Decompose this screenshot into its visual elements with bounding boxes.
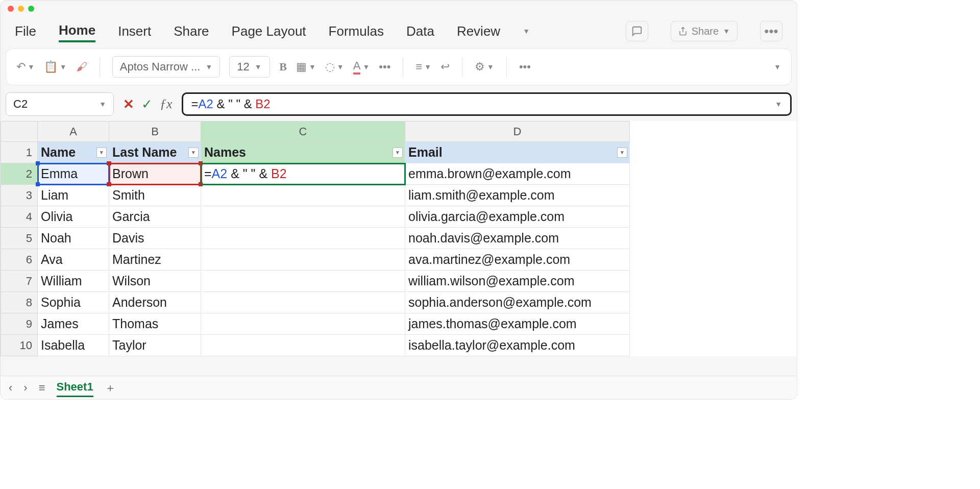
cell-B4[interactable]: Garcia [109,206,201,228]
cell-B5[interactable]: Davis [109,228,201,249]
row-header-1[interactable]: 1 [1,142,38,163]
col-header-C[interactable]: C [201,121,405,142]
cell-B8[interactable]: Anderson [109,292,201,313]
fill-color-button[interactable]: ◌▼ [325,60,344,74]
cell-D2[interactable]: emma.brown@example.com [405,163,630,185]
spreadsheet-grid[interactable]: ABCD1Name▾Last Name▾Names▾Email▾2EmmaBro… [1,121,630,356]
cell-D10[interactable]: isabella.taylor@example.com [405,335,630,356]
row-header-3[interactable]: 3 [1,185,38,206]
filter-icon[interactable]: ▾ [188,148,199,158]
header-cell-B[interactable]: Last Name▾ [109,142,201,163]
fx-icon[interactable]: ƒx [160,96,173,112]
tab-home[interactable]: Home [59,20,95,42]
header-cell-D[interactable]: Email▾ [405,142,630,163]
cell-A9[interactable]: James [38,313,109,335]
cell-D4[interactable]: olivia.garcia@example.com [405,206,630,228]
window-minimize-icon[interactable] [18,6,24,12]
col-header-A[interactable]: A [38,121,109,142]
cell-C7[interactable] [201,271,405,292]
cell-D3[interactable]: liam.smith@example.com [405,185,630,206]
more-button[interactable]: ••• [760,21,782,41]
cell-B3[interactable]: Smith [109,185,201,206]
cell-A10[interactable]: Isabella [38,335,109,356]
cell-A3[interactable]: Liam [38,185,109,206]
next-sheet-button[interactable]: › [23,381,27,395]
add-sheet-button[interactable]: ＋ [105,380,116,396]
cell-D9[interactable]: james.thomas@example.com [405,313,630,335]
font-name-select[interactable]: Aptos Narrow ...▼ [112,56,220,78]
row-header-7[interactable]: 7 [1,271,38,292]
formula-bar[interactable]: =A2 & " " & B2 ▼ [182,92,792,116]
cell-A8[interactable]: Sophia [38,292,109,313]
col-header-D[interactable]: D [405,121,630,142]
tab-insert[interactable]: Insert [118,21,151,41]
tab-page-layout[interactable]: Page Layout [232,21,306,41]
row-header-10[interactable]: 10 [1,335,38,356]
row-header-8[interactable]: 8 [1,292,38,313]
cancel-formula-button[interactable]: ✕ [123,96,134,112]
row-header-2[interactable]: 2 [1,163,38,185]
prev-sheet-button[interactable]: ‹ [9,381,12,395]
font-size-select[interactable]: 12▼ [229,56,270,78]
format-painter-button[interactable]: 🖌 [76,60,87,74]
align-button[interactable]: ≡▼ [415,60,431,74]
sort-filter-button[interactable]: ⚙▼ [475,60,494,74]
tab-data[interactable]: Data [406,21,434,41]
cell-A6[interactable]: Ava [38,249,109,271]
font-color-button[interactable]: A▼ [353,59,370,75]
cell-D5[interactable]: noah.davis@example.com [405,228,630,249]
cell-A2[interactable]: Emma [38,163,109,185]
filter-icon[interactable]: ▾ [617,148,627,158]
cell-C6[interactable] [201,249,405,271]
cell-B10[interactable]: Taylor [109,335,201,356]
cell-C8[interactable] [201,292,405,313]
wrap-text-button[interactable]: ↩ [440,60,450,74]
all-sheets-button[interactable]: ≡ [39,381,45,395]
tab-review[interactable]: Review [457,21,500,41]
tab-formulas[interactable]: Formulas [329,21,384,41]
window-close-icon[interactable] [8,6,14,12]
cell-C4[interactable] [201,206,405,228]
clipboard-button[interactable]: 📋▼ [44,60,67,74]
header-cell-C[interactable]: Names▾ [201,142,405,163]
header-cell-A[interactable]: Name▾ [38,142,109,163]
borders-button[interactable]: ▦▼ [296,60,316,74]
comments-button[interactable] [626,21,648,41]
cell-C3[interactable] [201,185,405,206]
row-header-9[interactable]: 9 [1,313,38,335]
cell-D6[interactable]: ava.martinez@example.com [405,249,630,271]
cell-C9[interactable] [201,313,405,335]
row-header-5[interactable]: 5 [1,228,38,249]
cell-A7[interactable]: William [38,271,109,292]
share-button[interactable]: Share ▼ [671,21,738,41]
cell-D8[interactable]: sophia.anderson@example.com [405,292,630,313]
tab-file[interactable]: File [15,21,36,41]
cell-B6[interactable]: Martinez [109,249,201,271]
menu-overflow-icon[interactable]: ▼ [523,27,530,35]
accept-formula-button[interactable]: ✓ [141,96,153,112]
cell-C10[interactable] [201,335,405,356]
expand-formula-icon[interactable]: ▼ [775,100,782,108]
name-box[interactable]: C2 ▼ [6,92,114,116]
ribbon-more-font[interactable]: ••• [379,60,390,74]
row-header-6[interactable]: 6 [1,249,38,271]
undo-button[interactable]: ↶▼ [16,60,35,74]
sheet-tab-sheet1[interactable]: Sheet1 [57,378,93,397]
collapse-ribbon-button[interactable]: ▼ [774,63,781,71]
row-header-4[interactable]: 4 [1,206,38,228]
cell-B9[interactable]: Thomas [109,313,201,335]
cell-A4[interactable]: Olivia [38,206,109,228]
ribbon-more[interactable]: ••• [519,60,531,74]
cell-B2[interactable]: Brown [109,163,201,185]
cell-A5[interactable]: Noah [38,228,109,249]
window-zoom-icon[interactable] [28,6,34,12]
cell-C2[interactable]: =A2 & " " & B2 [201,163,405,185]
filter-icon[interactable]: ▾ [393,148,403,158]
cell-C5[interactable] [201,228,405,249]
tab-share[interactable]: Share [174,21,209,41]
col-header-B[interactable]: B [109,121,201,142]
cell-D7[interactable]: william.wilson@example.com [405,271,630,292]
cell-B7[interactable]: Wilson [109,271,201,292]
filter-icon[interactable]: ▾ [96,148,107,158]
bold-button[interactable]: B [279,60,287,74]
